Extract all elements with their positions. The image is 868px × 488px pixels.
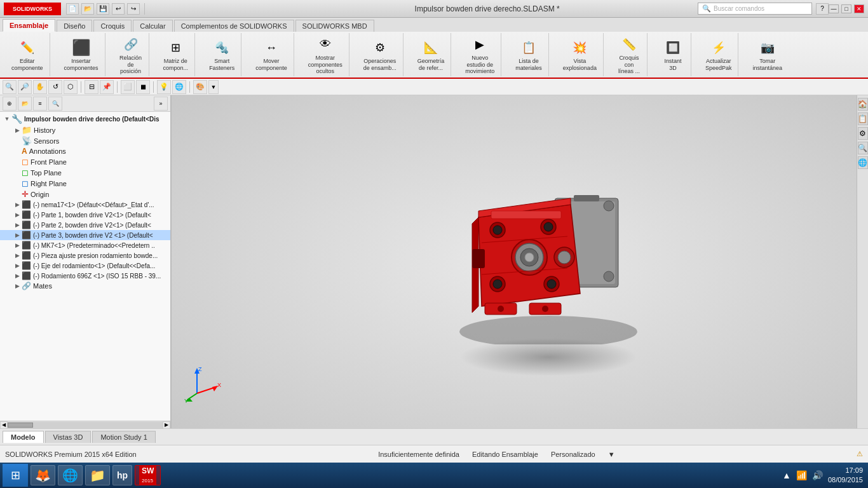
viewport-3d[interactable]: Z X Y [172, 95, 857, 428]
tree-item-mates[interactable]: ▶ 🔗 Mates [0, 281, 170, 291]
speedpak-button[interactable]: ⚡ ActualizarSpeedPak [704, 36, 733, 73]
exploded-view-button[interactable]: 💥 Vistaexplosionada [562, 36, 598, 73]
tab-vistas3d[interactable]: Vistas 3D [45, 431, 92, 443]
open-button[interactable]: 📂 [81, 3, 94, 15]
taskbar-hp[interactable]: hp [112, 465, 132, 485]
view-orient-button[interactable]: ⬡ [64, 80, 78, 94]
status-dropdown[interactable]: ▼ [608, 451, 615, 458]
tab-diseno[interactable]: Diseño [57, 20, 92, 32]
scroll-right-button[interactable]: ▶ [163, 421, 170, 429]
mk7-expander[interactable]: ▶ [13, 242, 22, 248]
history-expander[interactable]: ▶ [13, 127, 22, 133]
reference-geometry-button[interactable]: 📐 Geometríade refer... [416, 36, 446, 73]
tab-modelo[interactable]: Modelo [3, 431, 44, 443]
tree-item-parte1[interactable]: ▶ ⬛ (-) Parte 1, bowden drive V2<1> (Def… [0, 210, 170, 220]
tree-search-button[interactable]: 🔍 [48, 97, 62, 111]
motion-study-button[interactable]: ▶ Nuevoestudio demovimiento [464, 33, 496, 76]
tab-mbd[interactable]: SOLIDWORKS MBD [295, 20, 374, 32]
start-button[interactable]: ⊞ [3, 464, 28, 487]
parte2-expander[interactable]: ▶ [13, 222, 22, 228]
save-button[interactable]: 💾 [97, 3, 109, 15]
bom-button[interactable]: 📋 Lista demateriales [514, 36, 543, 73]
assembly-features-button[interactable]: ⚙ Operacionesde ensamb... [362, 36, 398, 73]
section-view-button[interactable]: ⊟ [85, 80, 98, 94]
scroll-thumb[interactable] [8, 423, 33, 428]
tree-options-button[interactable]: ≡ [33, 97, 47, 111]
edit-component-button[interactable]: ✏️ Editarcomponente [10, 36, 44, 73]
command-search[interactable]: 🔍 Buscar comandos [698, 3, 812, 15]
collapse-all-button[interactable]: 📂 [18, 97, 32, 111]
tree-item-mk7[interactable]: ▶ ⬛ (-) MK7<1> (Predeterminado<<Predeter… [0, 240, 170, 250]
tree-item-origin[interactable]: ▶ ✛ Origin [0, 189, 170, 200]
tab-complementos[interactable]: Complementos de SOLIDWORKS [174, 20, 294, 32]
undo-button[interactable]: ↩ [112, 3, 125, 15]
snapshot-button[interactable]: 📷 Tomarinstantánea [751, 36, 783, 73]
instant3d-button[interactable]: 🔲 Instant3D [660, 36, 686, 73]
pattern-button[interactable]: ⊞ Matriz decompon... [162, 36, 190, 73]
tree-item-top-plane[interactable]: ▶ ◻ Top Plane [0, 167, 170, 178]
right-panel-btn4[interactable]: 🔍 [858, 142, 868, 154]
tab-ensamblaje[interactable]: Ensamblaje [3, 19, 55, 32]
dynamic-annotation-button[interactable]: 📌 [100, 80, 114, 94]
more-button[interactable]: ▼ [208, 80, 219, 94]
maximize-button[interactable]: □ [841, 4, 851, 13]
taskbar-firefox[interactable]: 🦊 [31, 465, 55, 485]
taskbar-chrome[interactable]: 🌐 [58, 465, 83, 485]
zoom-to-fit-button[interactable]: 🔍 [3, 80, 17, 94]
new-button[interactable]: 📄 [66, 3, 79, 15]
right-panel-btn5[interactable]: 🌐 [858, 156, 868, 169]
tree-item-history[interactable]: ▶ 📁 History [0, 125, 170, 135]
tree-item-parte2[interactable]: ▶ ⬛ (-) Parte 2, bowden drive V2<1> (Def… [0, 220, 170, 230]
tree-expand-button[interactable]: » [154, 97, 168, 111]
scroll-track[interactable] [8, 422, 163, 428]
tab-motion-study[interactable]: Motion Study 1 [92, 431, 155, 443]
tree-item-rodamiento[interactable]: ▶ ⬛ (-) Rodamiento 696Z <1> (ISO 15 RBB … [0, 271, 170, 281]
tree-item-nema17[interactable]: ▶ ⬛ (-) nema17<1> (Défaut<<Défaut>_Etat … [0, 200, 170, 210]
rodamiento-expander[interactable]: ▶ [13, 273, 22, 279]
move-component-button[interactable]: ↔ Movercomponente [254, 36, 288, 73]
scene-button[interactable]: 🌐 [172, 80, 186, 94]
show-hidden-taskbar-icon[interactable]: ▲ [782, 470, 791, 480]
eje-rodamiento-expander[interactable]: ▶ [13, 262, 22, 269]
taskbar-explorer[interactable]: 📁 [85, 465, 110, 485]
tab-croquis[interactable]: Croquis [93, 20, 132, 32]
right-panel-btn1[interactable]: 🏠 [858, 98, 868, 111]
tree-scrollbar[interactable]: ◀ ▶ [0, 421, 170, 428]
tree-item-parte3[interactable]: ▶ ⬛ (-) Parte 3, bowden drive V2 <1> (De… [0, 230, 170, 240]
minimize-button[interactable]: — [829, 4, 839, 13]
tab-calcular[interactable]: Calcular [133, 20, 172, 32]
tree-item-sensors[interactable]: ▶ 📡 Sensors [0, 135, 170, 146]
tree-root-item[interactable]: ▼ 🔧 Impulsor bowden drive derecho (Defau… [0, 113, 170, 125]
pan-button[interactable]: ✋ [33, 80, 47, 94]
tree-item-annotations[interactable]: ▶ A Annotations [0, 146, 170, 156]
rotate-button[interactable]: ↺ [48, 80, 62, 94]
right-panel-btn3[interactable]: ⚙ [858, 127, 868, 140]
taskbar-solidworks[interactable]: SW2015 [135, 465, 161, 485]
tree-item-eje-rodamiento[interactable]: ▶ ⬛ (-) Eje del rodamiento<1> (Default<<… [0, 261, 170, 271]
root-expander[interactable]: ▼ [3, 116, 11, 122]
mates-button[interactable]: 🔗 Relacióndeposición [118, 33, 144, 76]
redo-button[interactable]: ↪ [127, 3, 140, 15]
right-panel-btn2[interactable]: 📋 [858, 112, 868, 125]
tree-item-front-plane[interactable]: ▶ ◻ Front Plane [0, 156, 170, 167]
parte3-expander[interactable]: ▶ [13, 232, 22, 238]
zoom-in-button[interactable]: 🔎 [18, 80, 32, 94]
feature-filter-button[interactable]: ⊕ [3, 97, 17, 111]
close-button[interactable]: ✕ [854, 4, 864, 13]
sketch-button[interactable]: 📏 Croquisconlíneas ... [616, 33, 642, 76]
tree-item-right-plane[interactable]: ▶ ◻ Right Plane [0, 178, 170, 189]
help-button[interactable]: ? [816, 3, 829, 15]
insert-components-button[interactable]: ⬛ Insertarcomponentes [63, 36, 100, 73]
display-style-button[interactable]: ⬜ [121, 80, 135, 94]
tree-item-pieza-ajuste[interactable]: ▶ ⬛ (-) Pieza ajuste presion rodamiento … [0, 250, 170, 261]
scroll-left-button[interactable]: ◀ [0, 421, 8, 429]
mates-expander[interactable]: ▶ [13, 283, 22, 289]
pieza-ajuste-expander[interactable]: ▶ [13, 252, 22, 259]
show-hidden-button[interactable]: 👁 Mostrarcomponentesocultos [307, 33, 344, 76]
parte1-expander[interactable]: ▶ [13, 212, 22, 218]
realview-button[interactable]: 🎨 [193, 80, 207, 94]
shaded-button[interactable]: ◼ [136, 80, 150, 94]
nema17-expander[interactable]: ▶ [13, 201, 22, 208]
lights-button[interactable]: 💡 [157, 80, 171, 94]
smart-fasteners-button[interactable]: 🔩 SmartFasteners [208, 36, 236, 73]
